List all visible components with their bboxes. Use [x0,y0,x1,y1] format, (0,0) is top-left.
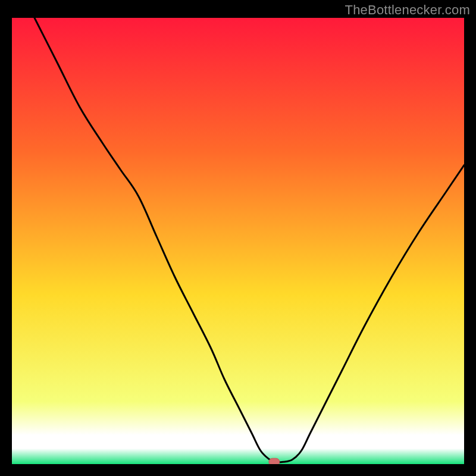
optimal-point-marker [269,458,280,464]
chart-svg [12,18,464,464]
chart-background [12,18,464,464]
chart-frame: { "attribution": "TheBottlenecker.com", … [0,0,476,476]
bottleneck-chart [12,18,464,464]
attribution-text: TheBottlenecker.com [345,2,470,18]
